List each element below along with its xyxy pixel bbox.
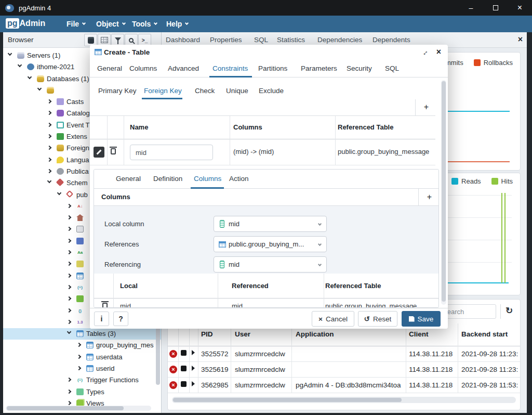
terminate-session-icon[interactable] <box>181 366 187 371</box>
delete-row-icon[interactable] <box>111 148 116 154</box>
chevron-down-icon[interactable] <box>37 86 42 90</box>
subtab-foreign-key[interactable]: Foreign Key <box>144 87 182 95</box>
minimize-button[interactable]: – <box>459 0 483 16</box>
maximize-button[interactable] <box>483 0 508 16</box>
local-column-select[interactable]: mid <box>214 216 327 232</box>
subtab-unique[interactable]: Unique <box>226 87 248 95</box>
tab-general[interactable]: General <box>97 64 122 72</box>
cancel-session-icon[interactable]: × <box>169 381 177 389</box>
chevron-right-icon[interactable] <box>77 343 81 347</box>
tab-fk-general[interactable]: General <box>116 175 141 183</box>
tree-horizontal-scrollbar[interactable] <box>6 406 151 411</box>
tab-parameters[interactable]: Parameters <box>301 64 337 72</box>
tree-item-trigger-functions[interactable]: (≡) Trigger Functions <box>3 374 161 386</box>
chevron-right-icon[interactable] <box>67 308 71 313</box>
tab-properties[interactable]: Properties <box>210 36 242 44</box>
chevron-down-icon[interactable] <box>47 179 51 183</box>
subtab-exclude[interactable]: Exclude <box>259 87 284 95</box>
session-row[interactable]: × 3525619 slumzrmrcedclw 114.38.11.218 2… <box>168 362 520 378</box>
menu-object[interactable]: Object <box>96 16 125 32</box>
tab-partitions[interactable]: Partitions <box>258 64 287 72</box>
tab-fk-definition[interactable]: Definition <box>153 175 182 183</box>
chevron-down-icon[interactable] <box>57 191 61 195</box>
chevron-right-icon[interactable] <box>77 366 81 370</box>
tab-fk-columns[interactable]: Columns <box>194 175 221 183</box>
menu-file[interactable]: File <box>66 16 85 32</box>
references-select[interactable]: public.group_buying_m... <box>214 236 327 252</box>
cancel-button[interactable]: × Cancel <box>312 311 354 327</box>
expand-row-icon[interactable] <box>192 366 195 371</box>
mapping-row[interactable]: mid mid public.group_buying_message <box>94 299 438 308</box>
tab-sql[interactable]: SQL <box>385 64 399 72</box>
menu-tools[interactable]: Tools <box>132 16 157 32</box>
tree-item-group-buying-message[interactable]: group_buying_mes <box>3 340 161 351</box>
tree-item-types[interactable]: Types <box>3 386 161 398</box>
chevron-right-icon[interactable] <box>67 390 71 394</box>
chevron-right-icon[interactable] <box>67 239 71 243</box>
chevron-right-icon[interactable] <box>47 146 51 150</box>
tree-item-tables[interactable]: Tables (3) <box>3 328 161 340</box>
chevron-right-icon[interactable] <box>67 378 71 382</box>
scrollbar-thumb[interactable] <box>173 398 402 402</box>
chevron-right-icon[interactable] <box>67 262 71 266</box>
fk-name-input[interactable] <box>130 145 213 160</box>
chevron-down-icon[interactable] <box>8 51 12 56</box>
tab-sql[interactable]: SQL <box>254 36 268 44</box>
tab-fk-action[interactable]: Action <box>229 175 249 183</box>
tab-security[interactable]: Security <box>347 64 372 72</box>
terminate-session-icon[interactable] <box>181 381 187 387</box>
tree-vertical-scrollbar[interactable] <box>156 321 160 385</box>
add-foreign-key-button[interactable]: + <box>424 102 429 112</box>
chevron-right-icon[interactable] <box>67 285 71 289</box>
chevron-right-icon[interactable] <box>47 134 51 138</box>
terminate-session-icon[interactable] <box>181 350 187 356</box>
add-column-button[interactable]: + <box>427 192 432 202</box>
dialog-vertical-scrollbar[interactable] <box>441 80 446 305</box>
cancel-session-icon[interactable]: × <box>169 366 177 373</box>
help-button[interactable]: ? <box>113 312 128 326</box>
edit-row-button[interactable] <box>94 147 104 158</box>
tab-dependents[interactable]: Dependents <box>373 36 410 44</box>
delete-row-icon[interactable] <box>102 303 108 308</box>
tab-columns[interactable]: Columns <box>129 64 157 72</box>
reset-button[interactable]: ↺ Reset <box>358 311 397 327</box>
chevron-right-icon[interactable] <box>67 320 71 324</box>
refresh-icon[interactable]: ↻ <box>506 305 513 316</box>
chevron-right-icon[interactable] <box>47 169 51 173</box>
tree-item-userdata[interactable]: userdata <box>3 352 161 363</box>
chevron-down-icon[interactable] <box>28 75 32 79</box>
subtab-check[interactable]: Check <box>195 87 215 95</box>
chevron-right-icon[interactable] <box>67 250 71 254</box>
session-row[interactable]: × 3525572 slumzrmrcedclw 114.38.11.218 2… <box>168 346 520 362</box>
tab-dependencies[interactable]: Dependencies <box>317 36 362 44</box>
tab-constraints[interactable]: Constraints <box>212 64 248 72</box>
tab-advanced[interactable]: Advanced <box>168 64 199 72</box>
menu-help[interactable]: Help <box>166 16 188 32</box>
close-panel-icon[interactable]: × <box>518 35 523 44</box>
referencing-select[interactable]: mid <box>214 256 327 273</box>
chevron-down-icon[interactable] <box>67 330 71 334</box>
fk-grid-row[interactable]: (mid) -> (mid) public.group_buying_messa… <box>90 139 435 165</box>
cancel-session-icon[interactable]: × <box>169 350 177 358</box>
save-button[interactable]: Save <box>402 311 441 327</box>
expand-row-icon[interactable] <box>192 350 195 355</box>
chevron-right-icon[interactable] <box>67 274 71 278</box>
chevron-right-icon[interactable] <box>47 99 51 103</box>
chevron-right-icon[interactable] <box>67 401 71 405</box>
chevron-right-icon[interactable] <box>47 123 51 127</box>
maximize-dialog-icon[interactable]: ↔ <box>419 46 430 57</box>
chevron-right-icon[interactable] <box>67 204 71 208</box>
close-dialog-icon[interactable]: × <box>436 47 441 57</box>
chevron-right-icon[interactable] <box>67 227 71 231</box>
chevron-right-icon[interactable] <box>67 296 71 301</box>
chevron-right-icon[interactable] <box>47 111 51 115</box>
close-window-button[interactable]: × <box>508 0 532 16</box>
sql-info-button[interactable]: i <box>94 312 109 326</box>
dialog-header[interactable]: Create - Table ↔ × <box>90 45 448 60</box>
chevron-right-icon[interactable] <box>47 158 51 162</box>
tab-statistics[interactable]: Statistics <box>277 36 305 44</box>
sessions-horizontal-scrollbar[interactable] <box>172 397 516 403</box>
tree-item-userid[interactable]: userid <box>3 363 161 374</box>
scrollbar-thumb[interactable] <box>442 81 446 302</box>
expand-row-icon[interactable] <box>192 381 195 386</box>
